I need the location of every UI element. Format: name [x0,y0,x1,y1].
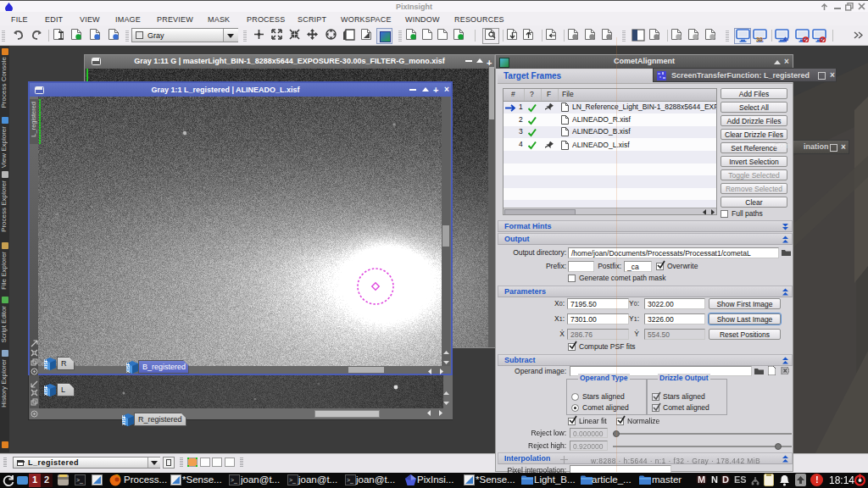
svg-text:XISF: XISF [43,358,48,369]
svg-text:XISF: XISF [43,385,48,396]
svg-text:XISF: XISF [121,414,126,425]
svg-text:XISF: XISF [125,362,131,373]
svg-text:30: 30 [756,36,763,42]
